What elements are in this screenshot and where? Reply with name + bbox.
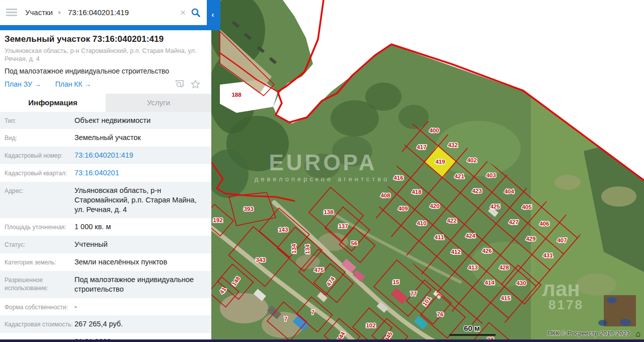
info-row-value-link[interactable]: 73:16:040201 <box>74 168 207 178</box>
parcel-label-406[interactable]: 406 <box>539 221 549 227</box>
cadastral-map[interactable]: 1883931921431381375613413434314841475474… <box>211 0 644 342</box>
parcel-label-selected-419[interactable]: 419 <box>435 159 445 165</box>
chevron-down-icon[interactable]: ▾ <box>58 9 61 16</box>
info-row-7: Статус:Учтенный <box>0 236 211 253</box>
parcel-label-409[interactable]: 409 <box>398 206 408 212</box>
info-row-label: Кадастровый квартал: <box>5 168 74 178</box>
parcel-label-427[interactable]: 427 <box>509 219 518 225</box>
parcel-label-408[interactable]: 408 <box>380 192 390 198</box>
info-row-2: Вид:Земельный участок <box>0 129 211 147</box>
info-row-10: Форма собственности:- <box>0 298 211 316</box>
info-row-label: Форма собственности: <box>5 302 74 312</box>
parcel-label-430[interactable]: 430 <box>516 280 526 286</box>
info-row-4: Кадастровый квартал:73:16:040201 <box>0 164 211 182</box>
info-row-value: Ульяновская область, р-н Старомайнский, … <box>74 186 207 215</box>
parcel-address-subtitle: Ульяновская область, р-н Старомайнский, … <box>5 47 206 63</box>
info-row-label: Площадь уточненная: <box>5 222 74 232</box>
parcel-label-56[interactable]: 56 <box>351 240 358 246</box>
info-row-value: 1 000 кв. м <box>74 222 207 232</box>
home-icon[interactable]: ⌂ <box>635 329 640 338</box>
collapse-panel-button[interactable]: ‹ <box>207 0 219 29</box>
parcel-label-420[interactable]: 420 <box>430 203 439 209</box>
parcel-label-412[interactable]: 412 <box>451 249 460 255</box>
parcel-label-393[interactable]: 393 <box>244 206 253 212</box>
parcel-label-432[interactable]: 432 <box>448 142 457 148</box>
parcel-label-405[interactable]: 405 <box>522 204 532 210</box>
plan-kk-link[interactable]: План КК → <box>55 80 92 88</box>
info-row-label: Вид: <box>5 133 74 143</box>
page-title: Земельный участок 73:16:040201:419 <box>5 34 206 44</box>
parcel-label-402[interactable]: 402 <box>467 157 476 163</box>
parcel-label-404[interactable]: 404 <box>504 188 514 194</box>
parcel-label-77[interactable]: 77 <box>411 291 417 297</box>
parcel-label-426[interactable]: 426 <box>482 248 492 254</box>
zoom-to-parcel-icon[interactable] <box>175 80 185 88</box>
parcel-label-137[interactable]: 137 <box>338 223 348 229</box>
parcel-label-428[interactable]: 428 <box>499 264 509 270</box>
info-row-label: Кадастровый номер: <box>5 151 74 160</box>
info-row-6: Площадь уточненная:1 000 кв. м <box>0 218 211 236</box>
svg-text:девелоперское агентство: девелоперское агентство <box>255 175 390 183</box>
parcel-label-7[interactable]: 7 <box>284 316 287 322</box>
parcel-label-422[interactable]: 422 <box>447 218 456 224</box>
parcel-label-407[interactable]: 407 <box>557 237 567 243</box>
parcel-label-416[interactable]: 416 <box>393 175 403 181</box>
parcel-label-192[interactable]: 192 <box>213 217 222 223</box>
panel-tabs: Информация Услуги <box>0 94 211 112</box>
search-input[interactable] <box>68 8 180 17</box>
info-row-label: Адрес: <box>5 186 74 215</box>
parcel-label-418[interactable]: 418 <box>412 189 422 195</box>
search-bar: Участки ▾ × ‹ <box>0 0 220 30</box>
info-row-3: Кадастровый номер:73:16:040201:419 <box>0 147 211 164</box>
parcel-label-403[interactable]: 403 <box>486 172 496 178</box>
favorite-star-icon[interactable] <box>191 80 200 89</box>
clear-search-icon[interactable]: × <box>180 7 186 18</box>
info-row-value: Объект недвижимости <box>74 116 207 125</box>
parcel-label-425[interactable]: 425 <box>490 203 500 210</box>
parcel-label-343[interactable]: 343 <box>256 257 265 263</box>
parcel-info-panel: Земельный участок 73:16:040201:419 Ульян… <box>0 30 211 339</box>
info-row-label: Тип: <box>5 116 74 125</box>
svg-text:8178: 8178 <box>548 297 584 312</box>
watermark-phone: лан 8178 <box>542 277 584 312</box>
parcel-label-424[interactable]: 424 <box>465 233 475 239</box>
parcel-label-475[interactable]: 475 <box>314 267 324 273</box>
parcel-label-429[interactable]: 429 <box>526 236 535 242</box>
parcel-label-423[interactable]: 423 <box>472 188 481 194</box>
info-row-5: Адрес:Ульяновская область, р-н Старомайн… <box>0 182 211 219</box>
parcel-label-134[interactable]: 134 <box>291 244 297 254</box>
parcel-label-413[interactable]: 413 <box>468 264 477 270</box>
parcel-label-417[interactable]: 417 <box>417 144 426 150</box>
tab-services[interactable]: Услуги <box>106 94 211 112</box>
parcel-label-400[interactable]: 400 <box>429 127 439 133</box>
info-table: Тип:Объект недвижимостиВид:Земельный уча… <box>0 112 211 340</box>
app-window: 1883931921431381375613413434314841475474… <box>0 0 644 342</box>
menu-icon[interactable] <box>6 9 17 16</box>
parcel-label-134[interactable]: 134 <box>304 244 310 254</box>
parcel-label-431[interactable]: 431 <box>543 252 553 258</box>
parcel-label-76[interactable]: 76 <box>437 311 444 317</box>
plan-zu-link[interactable]: План ЗУ → <box>5 80 41 88</box>
parcel-label-188[interactable]: 188 <box>231 92 242 98</box>
tab-information[interactable]: Информация <box>0 94 106 112</box>
search-icon[interactable] <box>191 8 201 18</box>
info-row-value-link[interactable]: 73:16:040201:419 <box>74 151 207 160</box>
parcel-label-102[interactable]: 102 <box>366 322 375 328</box>
parcel-label-415[interactable]: 415 <box>501 295 511 301</box>
parcel-label-15[interactable]: 15 <box>393 279 399 285</box>
parcel-label-138[interactable]: 138 <box>324 209 334 215</box>
parcel-label-414[interactable]: 414 <box>485 280 495 286</box>
parcel-label-421[interactable]: 421 <box>454 173 464 179</box>
info-row-value: - <box>74 302 207 312</box>
search-category-dropdown[interactable]: Участки <box>25 8 53 17</box>
info-row-9: Разрешенное использование:Под малоэтажно… <box>0 271 211 298</box>
info-row-value: Земельный участок <box>74 133 207 143</box>
parcel-label-7[interactable]: 7 <box>311 309 314 315</box>
svg-text:60 м: 60 м <box>464 324 480 332</box>
info-row-label: Разрешенное использование: <box>5 275 74 294</box>
parcel-label-410[interactable]: 410 <box>417 220 426 226</box>
parcel-label-411[interactable]: 411 <box>435 234 444 240</box>
info-row-1: Тип:Объект недвижимости <box>0 112 211 129</box>
info-row-label: Статус: <box>5 240 74 249</box>
parcel-label-143[interactable]: 143 <box>278 227 288 233</box>
